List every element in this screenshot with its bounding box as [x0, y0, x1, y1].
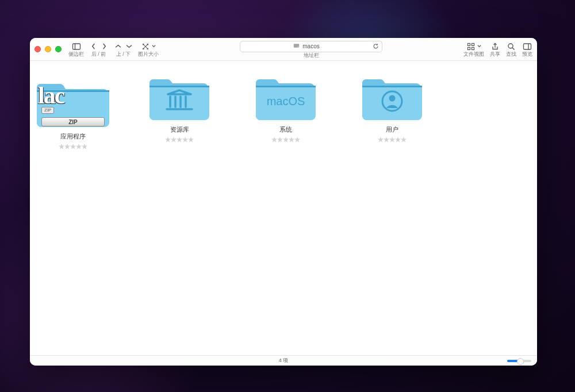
svg-line-13 — [512, 48, 515, 50]
resize-icon[interactable] — [141, 42, 150, 51]
item-count: 4 项 — [279, 357, 289, 364]
svg-point-7 — [298, 47, 298, 47]
svg-marker-29 — [171, 137, 177, 143]
share-label: 共享 — [490, 52, 500, 57]
svg-marker-32 — [188, 137, 194, 143]
chevron-right-icon[interactable] — [99, 42, 109, 51]
file-view-label: 文件视图 — [463, 52, 484, 57]
preview-group: 预览 — [522, 42, 532, 57]
svg-rect-14 — [524, 44, 531, 49]
chevron-left-icon[interactable] — [89, 42, 98, 51]
svg-point-12 — [508, 44, 513, 48]
folder-item-system[interactable]: macOS 系统 — [248, 71, 323, 143]
disk-icon — [293, 43, 300, 50]
folder-badge-text: macOS — [267, 95, 305, 107]
folder-item-users[interactable]: 用户 — [355, 71, 430, 143]
share-icon[interactable] — [490, 42, 500, 51]
rating-stars — [271, 137, 300, 143]
folder-item-applications[interactable]: lac ZIP ZIP 应用程序 — [36, 71, 110, 149]
svg-line-2 — [143, 44, 145, 46]
zip-badge-small: ZIP — [41, 107, 54, 114]
nav-up-down-group: 上 / 下 — [113, 42, 133, 57]
finder-window: 侧边栏 后 / 前 上 / 下 — [30, 38, 537, 366]
folder-item-library[interactable]: 资源库 — [142, 71, 217, 143]
folder-label: 应用程序 — [60, 132, 86, 141]
window-controls — [34, 46, 62, 52]
svg-marker-20 — [76, 144, 82, 149]
folder-icon — [361, 71, 423, 122]
svg-line-5 — [145, 47, 148, 49]
svg-line-4 — [143, 47, 145, 49]
preview-pane-icon[interactable] — [523, 42, 532, 51]
svg-point-41 — [389, 95, 396, 102]
folder-content: lac ZIP ZIP 应用程序 — [30, 61, 537, 355]
back-forward-label: 后 / 前 — [91, 52, 106, 57]
svg-rect-22 — [150, 86, 209, 87]
search-icon[interactable] — [507, 42, 516, 51]
folder-label: 系统 — [279, 125, 292, 134]
svg-marker-44 — [389, 137, 395, 143]
folder-label: 资源库 — [170, 125, 189, 134]
rating-stars — [378, 137, 407, 143]
reload-button[interactable] — [370, 41, 382, 52]
path-bar[interactable]: macos — [240, 41, 373, 52]
sidebar-label: 侧边栏 — [68, 52, 84, 57]
folder-icon — [148, 71, 210, 122]
svg-marker-19 — [70, 144, 76, 149]
svg-marker-46 — [401, 137, 407, 143]
folder-icon: lac ZIP ZIP — [36, 71, 110, 129]
svg-marker-42 — [378, 137, 384, 143]
rating-stars — [165, 137, 194, 143]
path-bar-group: macos 地址栏 — [240, 41, 382, 58]
svg-marker-45 — [395, 137, 401, 143]
preview-label: 预览 — [522, 52, 532, 57]
svg-marker-30 — [177, 137, 182, 143]
svg-marker-36 — [283, 137, 289, 143]
svg-marker-38 — [294, 137, 300, 143]
search-label: 查找 — [506, 52, 516, 57]
svg-rect-39 — [362, 86, 422, 87]
path-label: 地址栏 — [304, 53, 319, 58]
svg-rect-0 — [72, 44, 80, 49]
folder-icon: macOS — [255, 71, 317, 122]
zip-badge-large: ZIP — [41, 117, 105, 126]
search-group: 查找 — [506, 42, 516, 57]
up-down-label: 上 / 下 — [116, 52, 131, 57]
toolbar-right: 文件视图 共享 — [463, 42, 532, 57]
svg-marker-35 — [277, 137, 283, 143]
toolbar: 侧边栏 后 / 前 上 / 下 — [30, 38, 537, 61]
svg-marker-31 — [182, 137, 188, 143]
dropdown-chevron-icon[interactable] — [477, 42, 482, 51]
minimize-button[interactable] — [45, 46, 51, 52]
svg-line-3 — [145, 44, 148, 46]
share-group: 共享 — [490, 42, 500, 57]
svg-marker-28 — [165, 137, 171, 143]
svg-marker-37 — [289, 137, 294, 143]
chevron-down-icon[interactable] — [124, 42, 133, 51]
rating-stars — [59, 144, 87, 149]
close-button[interactable] — [34, 46, 41, 52]
svg-rect-9 — [471, 43, 474, 45]
svg-marker-21 — [82, 144, 87, 149]
chevron-up-icon[interactable] — [113, 42, 122, 51]
svg-rect-11 — [471, 47, 474, 49]
zoom-slider[interactable] — [507, 360, 531, 362]
file-view-group: 文件视图 — [463, 42, 484, 57]
nav-back-forward-group: 后 / 前 — [89, 42, 109, 57]
maximize-button[interactable] — [55, 46, 62, 52]
path-current: macos — [302, 43, 319, 49]
svg-rect-33 — [256, 86, 316, 87]
sidebar-toggle-group: 侧边栏 — [68, 42, 84, 57]
overlay-text: lac — [38, 82, 64, 109]
svg-marker-43 — [384, 137, 389, 143]
svg-rect-8 — [467, 43, 470, 45]
svg-marker-18 — [64, 144, 70, 149]
folder-label: 用户 — [386, 125, 398, 134]
grid-icon[interactable] — [466, 42, 476, 51]
sidebar-icon[interactable] — [72, 42, 81, 51]
svg-marker-34 — [271, 137, 277, 143]
dropdown-chevron-icon[interactable] — [152, 42, 156, 51]
svg-rect-10 — [467, 47, 470, 49]
svg-marker-17 — [59, 144, 64, 149]
image-size-group: 图片大小 — [138, 42, 159, 57]
